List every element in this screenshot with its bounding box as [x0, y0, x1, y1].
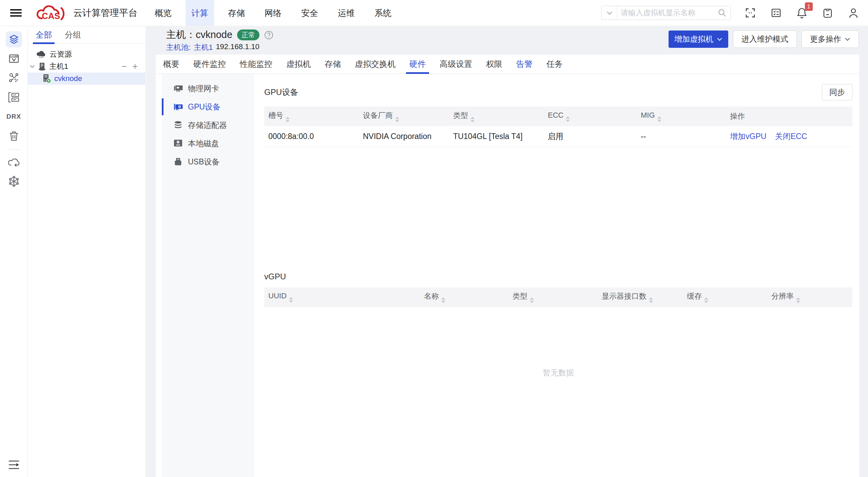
menu-toggle-icon[interactable] — [10, 7, 22, 18]
gpu-table-row: 0000:8a:00.0 NVIDIA Corporation TU104GL … — [264, 126, 852, 147]
nav-item-overview[interactable]: 概览 — [149, 0, 177, 26]
sort-icon[interactable] — [796, 297, 800, 303]
pool-controls: − + — [121, 62, 138, 71]
gpu-col-ecc[interactable]: ECC — [544, 106, 637, 126]
submenu-item-storage-adapter[interactable]: 存储适配器 — [162, 116, 254, 134]
tab-tasks[interactable]: 任务 — [546, 55, 563, 74]
tab-performance-monitor[interactable]: 性能监控 — [240, 55, 272, 74]
console-fullscreen-icon[interactable] — [745, 8, 755, 18]
maintenance-mode-button[interactable]: 进入维护模式 — [733, 31, 797, 48]
submenu-item-local-disk[interactable]: 本地磁盘 — [162, 134, 254, 153]
local-disk-icon — [173, 139, 183, 148]
tree-node-label: 云资源 — [50, 49, 72, 59]
rail-topology-icon[interactable] — [6, 70, 22, 86]
sort-icon[interactable] — [657, 116, 661, 122]
sort-icon[interactable] — [470, 117, 475, 122]
tab-storage[interactable]: 存储 — [325, 55, 341, 74]
usb-device-icon — [173, 157, 183, 166]
notification-badge: 1 — [805, 2, 813, 11]
gpu-col-slot[interactable]: 槽号 — [264, 106, 359, 126]
host-header: 主机：cvknode 正常 主机池: 主机1 192.168.1.10 增加虚拟… — [156, 26, 859, 55]
user-profile-icon[interactable] — [848, 7, 859, 18]
rail-cloud-backup-icon[interactable] — [6, 154, 22, 170]
sort-icon[interactable] — [566, 116, 570, 122]
collapse-node-control[interactable]: − — [121, 62, 127, 71]
sort-icon[interactable] — [530, 297, 534, 303]
caret-down-icon[interactable] — [30, 65, 35, 68]
rail-vm-console-icon[interactable] — [6, 51, 22, 67]
chevron-down-icon — [845, 38, 850, 41]
search-input[interactable] — [617, 8, 718, 17]
vgpu-col-uuid[interactable]: UUID — [264, 287, 420, 307]
tab-summary[interactable]: 概要 — [163, 55, 179, 74]
nav-item-compute[interactable]: 计算 — [186, 0, 214, 26]
nav-item-storage[interactable]: 存储 — [222, 0, 251, 26]
tab-hardware[interactable]: 硬件 — [409, 55, 426, 74]
add-vgpu-link[interactable]: 增加vGPU — [730, 132, 766, 141]
host-pool-link[interactable]: 主机1 — [194, 42, 213, 53]
host-ip: 192.168.1.10 — [216, 42, 259, 53]
sort-icon[interactable] — [441, 297, 445, 303]
messages-icon[interactable] — [823, 7, 833, 18]
sort-icon[interactable] — [704, 297, 708, 303]
more-actions-button[interactable]: 更多操作 — [802, 31, 859, 48]
rail-server-list-icon[interactable] — [6, 89, 22, 105]
sort-icon[interactable] — [649, 297, 653, 303]
tab-hardware-monitor[interactable]: 硬件监控 — [193, 55, 226, 74]
chevron-down-icon — [717, 38, 722, 41]
tree-tab-groups[interactable]: 分组 — [65, 26, 81, 43]
submenu-item-physical-nic[interactable]: 物理网卡 — [162, 79, 254, 98]
search-icon[interactable] — [718, 8, 727, 17]
vgpu-col-resolution[interactable]: 分辨率 — [767, 287, 852, 307]
search-scope-dropdown[interactable] — [602, 6, 617, 20]
notifications-bell-icon[interactable]: 1 — [797, 7, 807, 18]
sort-icon[interactable] — [286, 117, 290, 122]
nav-item-operations[interactable]: 运维 — [332, 0, 361, 26]
rail-recycle-bin-icon[interactable] — [6, 128, 22, 144]
submenu-item-usb-devices[interactable]: USB设备 — [162, 153, 254, 171]
vgpu-col-display-ports[interactable]: 显示器接口数 — [598, 287, 683, 307]
tab-alarms[interactable]: 告警 — [516, 55, 533, 74]
submenu-item-label: USB设备 — [188, 157, 219, 167]
rail-resource-layers-icon[interactable] — [6, 31, 22, 47]
host-pool-icon — [38, 62, 46, 71]
gpu-cell-slot: 0000:8a:00.0 — [264, 126, 359, 147]
nav-item-network[interactable]: 网络 — [259, 0, 287, 26]
tree-tab-all[interactable]: 全部 — [36, 26, 52, 43]
sidebar-collapse-icon[interactable] — [8, 460, 20, 471]
nic-card-icon — [173, 84, 183, 93]
tab-virtual-switch[interactable]: 虚拟交换机 — [355, 55, 396, 74]
sync-button[interactable]: 同步 — [822, 84, 852, 100]
gpu-card-icon — [173, 102, 183, 111]
help-icon[interactable] — [264, 31, 273, 40]
submenu-item-gpu-devices[interactable]: GPU设备 — [162, 98, 254, 116]
tree-node-host-pool[interactable]: 主机1 − + — [28, 60, 145, 73]
cas-logo: CAS — [35, 3, 68, 22]
tab-permissions[interactable]: 权限 — [486, 55, 502, 74]
gpu-col-type[interactable]: 类型 — [449, 106, 544, 126]
tree-node-host-cvknode[interactable]: cvknode — [28, 73, 145, 85]
host-detail-card: 概要 硬件监控 性能监控 虚拟机 存储 虚拟交换机 硬件 高级设置 权限 告警 … — [156, 55, 859, 477]
gpu-col-vendor[interactable]: 设备厂商 — [359, 106, 449, 126]
disable-ecc-link[interactable]: 关闭ECC — [775, 132, 807, 141]
rail-cluster-network-icon[interactable] — [6, 173, 22, 190]
sort-icon[interactable] — [289, 297, 293, 303]
tab-virtual-machines[interactable]: 虚拟机 — [286, 55, 311, 74]
rail-drx-icon[interactable]: DRX — [6, 108, 22, 125]
resource-tree-panel: 全部 分组 云资源 主机1 — [28, 26, 146, 477]
sort-icon[interactable] — [395, 117, 399, 122]
tab-advanced-settings[interactable]: 高级设置 — [440, 55, 472, 74]
task-list-icon[interactable] — [771, 8, 781, 18]
vgpu-col-cache[interactable]: 缓存 — [683, 287, 767, 307]
add-vm-button[interactable]: 增加虚拟机 — [669, 31, 728, 48]
cas-console: CAS 云计算管理平台 概览 计算 存储 网络 安全 运维 系统 — [0, 0, 868, 477]
gpu-col-mig[interactable]: MIG — [637, 106, 726, 126]
nav-item-system[interactable]: 系统 — [369, 0, 397, 26]
tree-node-cloud-resources[interactable]: 云资源 — [28, 48, 145, 60]
nav-item-security[interactable]: 安全 — [295, 0, 324, 26]
vgpu-col-name[interactable]: 名称 — [420, 287, 508, 307]
add-node-control[interactable]: + — [132, 62, 138, 71]
vgpu-col-type[interactable]: 类型 — [508, 287, 598, 307]
gpu-cell-actions: 增加vGPU 关闭ECC — [726, 126, 852, 147]
empty-state-text: 暂无数据 — [264, 367, 852, 378]
